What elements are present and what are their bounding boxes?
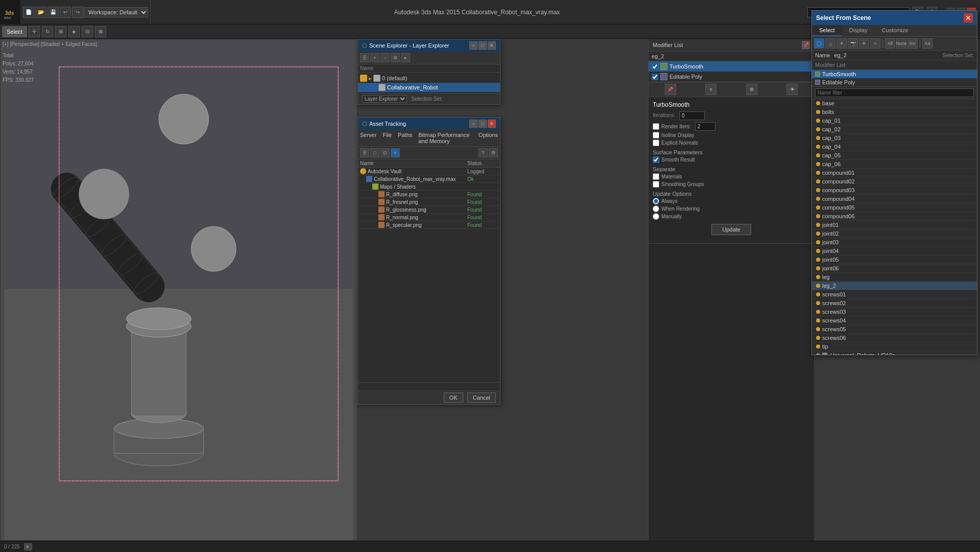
- pin-stack-icon[interactable]: 📌: [665, 84, 676, 95]
- editpoly-enabled-checkbox[interactable]: [652, 74, 658, 80]
- update-button[interactable]: Update: [711, 224, 751, 235]
- snap-toggle[interactable]: ◈: [68, 26, 80, 37]
- sfw-item-compound05[interactable]: compound05: [812, 203, 977, 212]
- asset-tb1[interactable]: ☰: [360, 148, 369, 157]
- sfw-item-joint05[interactable]: joint05: [812, 256, 977, 264]
- stack-editpoly[interactable]: Editable Poly: [649, 72, 814, 82]
- asset-scrollbar[interactable]: [358, 382, 500, 390]
- asset-cancel-btn[interactable]: Cancel: [467, 393, 496, 403]
- sfw-case-sensitive[interactable]: Aa: [922, 38, 933, 49]
- viewport[interactable]: [+] [Perspective] [Shaded + Edged Faces]…: [0, 39, 357, 541]
- smoothing-groups-checkbox[interactable]: [653, 181, 659, 188]
- asset-menu-options[interactable]: Options: [479, 131, 498, 145]
- new-btn[interactable]: 📄: [23, 7, 34, 18]
- workspace-select[interactable]: Workspace: Default: [84, 7, 148, 17]
- mirror-tool[interactable]: ⊟: [82, 26, 93, 37]
- asset-tb2[interactable]: □: [370, 148, 379, 157]
- save-btn[interactable]: 💾: [47, 7, 59, 18]
- sfw-item-screws04[interactable]: screws04: [812, 316, 977, 325]
- iterations-input[interactable]: [679, 111, 705, 120]
- redo-btn[interactable]: ↪: [72, 7, 83, 18]
- asset-row[interactable]: R_diffuse.png Found: [358, 191, 500, 198]
- sfw-item-cap01[interactable]: cap_01: [812, 117, 977, 125]
- sfw-item-joint04[interactable]: joint04: [812, 247, 977, 256]
- undo-btn[interactable]: ↩: [60, 7, 71, 18]
- show-icon[interactable]: 👁: [786, 84, 798, 95]
- render-iters-checkbox[interactable]: [653, 123, 659, 130]
- sfw-item-joint01[interactable]: joint01: [812, 221, 977, 229]
- layer-minimize-btn[interactable]: ─: [469, 41, 477, 50]
- asset-ok-btn[interactable]: OK: [444, 393, 463, 403]
- sfw-item-leg2[interactable]: leg_2: [812, 282, 977, 290]
- asset-titlebar[interactable]: ⬡ Asset Tracking ─ □ ✕: [358, 118, 500, 130]
- move-tool[interactable]: ✛: [29, 26, 40, 37]
- sfw-item-screws06[interactable]: screws06: [812, 334, 977, 342]
- props-pin-btn[interactable]: 📌: [802, 41, 810, 49]
- asset-options[interactable]: ⚙: [489, 148, 498, 157]
- sfw-item-compound02[interactable]: compound02: [812, 177, 977, 186]
- layer-tool-1[interactable]: ☰: [360, 53, 369, 62]
- sfw-tab-select[interactable]: Select: [812, 25, 842, 36]
- asset-row[interactable]: R_specular.png Found: [358, 221, 500, 229]
- sfw-geo-filter[interactable]: ◯: [814, 38, 824, 49]
- manually-radio[interactable]: [653, 213, 659, 220]
- sfw-item-cap04[interactable]: cap_04: [812, 143, 977, 151]
- sfw-item-tip[interactable]: tip: [812, 342, 977, 351]
- smooth-result-checkbox[interactable]: [653, 156, 659, 163]
- asset-tb4[interactable]: ≡: [391, 148, 400, 157]
- layer-tool-3[interactable]: −: [380, 53, 390, 62]
- layer-close-btn[interactable]: ✕: [488, 41, 496, 50]
- sfw-item-screws03[interactable]: screws03: [812, 308, 977, 316]
- when-rendering-radio[interactable]: [653, 205, 659, 212]
- sfw-item-compound04[interactable]: compound04: [812, 195, 977, 203]
- asset-tb3[interactable]: ⊡: [380, 148, 390, 157]
- layer-tool-2[interactable]: +: [370, 53, 379, 62]
- sfw-all-filter[interactable]: All: [885, 38, 895, 49]
- sfw-close-btn[interactable]: ✕: [964, 13, 973, 22]
- asset-row[interactable]: Maps / Shaders: [358, 183, 500, 191]
- asset-menu-bitmap[interactable]: Bitmap Performance and Memory: [418, 131, 472, 145]
- asset-minimize-btn[interactable]: ─: [469, 120, 477, 128]
- sfw-item-universal-robots[interactable]: Universal_Robots_UR10e: [812, 351, 977, 355]
- sfw-item-compound06[interactable]: compound06: [812, 212, 977, 221]
- sfw-cam-filter[interactable]: 📷: [848, 38, 858, 49]
- sfw-tab-display[interactable]: Display: [842, 25, 875, 36]
- sfw-light-filter[interactable]: ☀: [836, 38, 847, 49]
- stack-item-editpoly[interactable]: Editable Poly: [812, 78, 977, 86]
- stack-turbosmooth[interactable]: TurboSmooth: [649, 61, 814, 72]
- asset-menu-file[interactable]: File: [383, 131, 392, 145]
- configure-icon[interactable]: ⚙: [746, 84, 757, 95]
- asset-row[interactable]: R_normal.png Found: [358, 214, 500, 221]
- asset-menu-server[interactable]: Server: [360, 131, 376, 145]
- asset-row[interactable]: R_glossiness.png Found: [358, 206, 500, 214]
- modlist-icon[interactable]: ≡: [705, 84, 716, 95]
- open-btn[interactable]: 📂: [35, 7, 46, 18]
- sfw-space-filter[interactable]: ≈: [870, 38, 880, 49]
- explicit-normals-checkbox[interactable]: [653, 140, 659, 146]
- sfw-name-filter-input[interactable]: [815, 88, 974, 97]
- sfw-item-joint06[interactable]: joint06: [812, 264, 977, 273]
- sfw-item-screws01[interactable]: screws01: [812, 290, 977, 299]
- layer-row[interactable]: ▸ 0 (default): [358, 74, 500, 83]
- sfw-item-joint02[interactable]: joint02: [812, 229, 977, 238]
- stack-item-turbosmooth[interactable]: TurboSmooth: [812, 70, 977, 78]
- sfw-item-screws05[interactable]: screws05: [812, 325, 977, 334]
- isoline-checkbox[interactable]: [653, 132, 659, 139]
- layer-expand-icon[interactable]: ▸: [401, 53, 410, 62]
- rotate-tool[interactable]: ↻: [42, 26, 53, 37]
- sfw-item-compound03[interactable]: compound03: [812, 186, 977, 195]
- asset-close-btn[interactable]: ✕: [488, 120, 496, 128]
- sfw-none-filter[interactable]: None: [896, 38, 906, 49]
- align-tool[interactable]: ⊠: [95, 26, 106, 37]
- sfw-shape-filter[interactable]: △: [825, 38, 835, 49]
- select-btn[interactable]: Select: [2, 26, 27, 37]
- asset-row[interactable]: Collaborative_Robot_max_vray.max Ok: [358, 175, 500, 183]
- always-radio[interactable]: [653, 198, 659, 204]
- sfw-item-cap05[interactable]: cap_05: [812, 151, 977, 160]
- materials-checkbox[interactable]: [653, 173, 659, 180]
- sfw-item-cap06[interactable]: cap_06: [812, 160, 977, 169]
- sfw-item-leg[interactable]: leg: [812, 273, 977, 282]
- layer-restore-btn[interactable]: □: [479, 41, 487, 50]
- sfw-item-base[interactable]: base: [812, 99, 977, 108]
- status-nav-btn[interactable]: ▶: [24, 543, 32, 550]
